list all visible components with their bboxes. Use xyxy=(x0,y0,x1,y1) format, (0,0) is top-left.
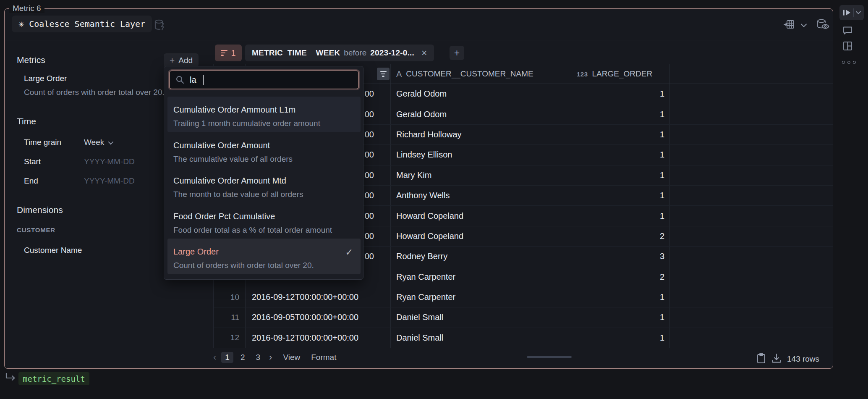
download-icon[interactable] xyxy=(771,353,782,365)
empty-cell xyxy=(670,104,833,124)
filter-chip[interactable]: METRIC_TIME__WEEK before 2023-12-0... × xyxy=(245,45,434,61)
customer-name-cell: Lindsey Ellison xyxy=(391,145,566,165)
empty-cell xyxy=(670,287,833,307)
date-cell: 2016-09-05T00:00:00+00:00 xyxy=(246,307,391,327)
metric-item-title[interactable]: Large Order xyxy=(24,74,67,83)
end-date-field[interactable]: YYYY-MM-DD xyxy=(84,176,135,186)
table-row[interactable]: 102016-09-12T00:00:00+00:00Ryan Carpente… xyxy=(214,287,833,307)
search-results-list: Cumulative Order Ammount L1mTrailing 1 m… xyxy=(167,97,361,274)
format-menu[interactable]: Format xyxy=(311,353,336,362)
header-divider xyxy=(5,40,833,40)
search-result-option[interactable]: Cumulative Order Ammount L1mTrailing 1 m… xyxy=(167,97,361,132)
run-cell-button[interactable] xyxy=(839,5,864,20)
more-dots-icon[interactable] xyxy=(842,61,856,64)
clipboard-icon[interactable] xyxy=(756,353,766,365)
database-eye-icon[interactable] xyxy=(816,18,829,32)
filter-count: 1 xyxy=(231,48,235,58)
chevron-down-icon[interactable] xyxy=(856,11,861,14)
add-filter-button[interactable]: + xyxy=(450,46,464,60)
empty-cell xyxy=(670,206,833,226)
option-description: The cumulative value of all orders xyxy=(173,154,354,165)
time-grain-select[interactable]: Week xyxy=(84,138,112,147)
dimension-item-rule xyxy=(17,242,17,259)
date-cell: 2016-09-12T00:00:00+00:00 xyxy=(246,328,391,348)
database-bolt-icon xyxy=(154,18,166,34)
start-date-field[interactable]: YYYY-MM-DD xyxy=(84,157,135,166)
text-caret xyxy=(203,75,204,85)
search-result-option[interactable]: Food Order Pct CumulativeFood order tota… xyxy=(167,203,361,239)
large-order-cell: 1 xyxy=(566,145,670,165)
customer-name-cell: Rodney Berry xyxy=(391,247,566,266)
filter-count-chip[interactable]: 1 xyxy=(215,45,242,61)
empty-cell xyxy=(670,165,833,185)
row-index-cell: 12 xyxy=(214,328,246,348)
page-number-1[interactable]: 1 xyxy=(221,352,233,363)
dimension-item-customer-name[interactable]: Customer Name xyxy=(24,246,82,255)
option-description: The month to date value of all orders xyxy=(173,189,354,200)
empty-cell xyxy=(670,328,833,348)
customer-name-cell: Daniel Small xyxy=(391,307,566,327)
horizontal-scrollbar[interactable] xyxy=(527,356,572,358)
page-number-2[interactable]: 2 xyxy=(237,352,249,363)
add-button-label: Add xyxy=(178,56,193,65)
large-order-cell: 1 xyxy=(566,287,670,307)
customer-name-cell: Mary Kim xyxy=(391,165,566,185)
option-title: Large Order xyxy=(173,246,354,257)
option-title: Cumulative Order Amount xyxy=(173,139,354,151)
comment-icon[interactable] xyxy=(842,25,853,37)
previous-page-icon[interactable]: ‹ xyxy=(213,352,216,363)
page-numbers: 123 xyxy=(221,352,264,363)
option-description: Food order total as a % of total order a… xyxy=(173,225,354,236)
large-order-column-header[interactable]: 123 LARGE_ORDER xyxy=(566,64,670,84)
table-export-icon[interactable] xyxy=(783,19,795,32)
customer-name-cell: Ryan Carpenter xyxy=(391,267,566,287)
output-variable-chip[interactable]: metric_result xyxy=(18,372,89,385)
search-result-option[interactable]: Cumulative Order Amount MtdThe month to … xyxy=(167,168,361,203)
large-order-cell: 1 xyxy=(566,125,670,144)
search-input[interactable] xyxy=(190,75,341,85)
search-result-option[interactable]: Large OrderCount of orders with order to… xyxy=(167,239,361,274)
dimension-group-label: CUSTOMER xyxy=(17,226,55,234)
empty-cell xyxy=(670,307,833,327)
empty-cell xyxy=(670,84,833,104)
pagination: ‹ 123 › View Format xyxy=(213,352,336,363)
coalesce-logo-icon: ✳ xyxy=(18,19,24,29)
filter-field: METRIC_TIME__WEEK xyxy=(252,48,340,58)
date-cell: 2016-09-12T00:00:00+00:00 xyxy=(246,287,391,307)
return-arrow-icon xyxy=(5,373,17,383)
chevron-down-icon[interactable] xyxy=(801,21,807,29)
customer-name-column-header[interactable]: A CUSTOMER__CUSTOMER_NAME xyxy=(391,64,566,84)
close-icon[interactable]: × xyxy=(421,48,427,58)
page-number-3[interactable]: 3 xyxy=(252,352,264,363)
next-page-icon[interactable]: › xyxy=(269,352,272,363)
add-metric-button[interactable]: + Add xyxy=(164,53,199,67)
customer-name-cell: Howard Copeland xyxy=(391,206,566,226)
row-count: 143 rows xyxy=(787,354,819,364)
plus-icon: + xyxy=(170,56,175,65)
large-order-cell: 1 xyxy=(566,186,670,205)
search-input-wrapper xyxy=(169,71,359,89)
metrics-heading: Metrics xyxy=(17,55,45,65)
customer-name-cell: Anthony Wells xyxy=(391,186,566,205)
search-icon xyxy=(175,75,185,84)
source-chip[interactable]: ✳ Coalesce Semantic Layer xyxy=(12,16,152,32)
customer-name-cell: Daniel Small xyxy=(391,328,566,348)
view-menu[interactable]: View xyxy=(283,353,300,362)
text-type-icon: A xyxy=(396,69,402,79)
empty-column-header xyxy=(670,64,833,84)
metric-item-rule xyxy=(17,72,17,97)
table-row[interactable]: 112016-09-05T00:00:00+00:00Daniel Small1 xyxy=(214,307,833,328)
large-order-cell: 1 xyxy=(566,104,670,124)
filter-icon xyxy=(221,49,227,57)
customer-name-cell: Ryan Carpenter xyxy=(391,287,566,307)
customer-name-cell: Howard Copeland xyxy=(391,226,566,246)
row-index-cell: 11 xyxy=(214,307,246,327)
layout-icon[interactable] xyxy=(843,41,852,52)
search-result-option[interactable]: Cumulative Order AmountThe cumulative va… xyxy=(167,132,361,168)
checkmark-icon: ✓ xyxy=(345,247,353,258)
output-variable-name: metric_result xyxy=(23,374,85,383)
empty-cell xyxy=(670,267,833,287)
column-filter-button[interactable] xyxy=(377,68,390,80)
table-row[interactable]: 122016-09-12T00:00:00+00:00Daniel Small1 xyxy=(214,328,833,348)
empty-cell xyxy=(670,247,833,266)
